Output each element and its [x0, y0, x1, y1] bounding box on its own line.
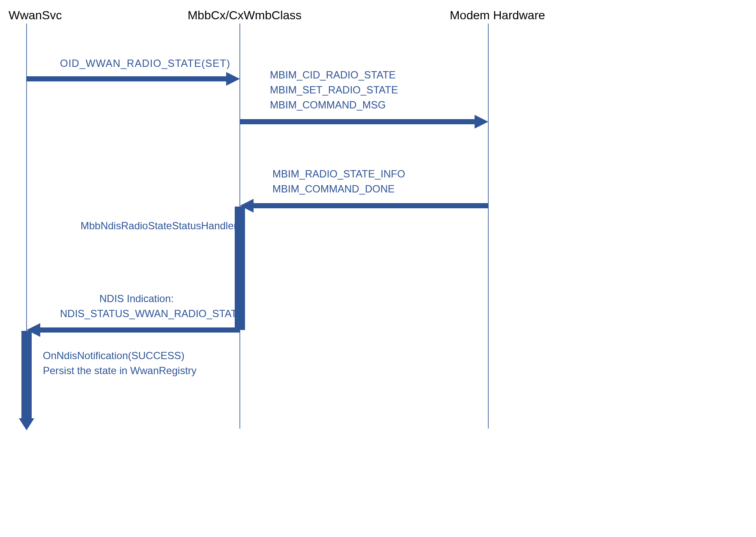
arrow-mbim-cmd-head — [475, 115, 488, 129]
msg-mbim-info: MBIM_RADIO_STATE_INFO — [272, 168, 405, 180]
msg-handler: MbbNdisRadioStateStatusHandler — [81, 220, 237, 231]
lane-header-left: WwanSvc — [9, 9, 62, 22]
msg-persist: Persist the state in WwanRegistry — [43, 365, 197, 376]
msg-mbim-set: MBIM_SET_RADIO_STATE — [270, 84, 398, 96]
lane-header-middle: MbbCx/CxWmbClass — [188, 9, 302, 22]
arrow-oid-head — [226, 72, 240, 86]
msg-mbim-cid: MBIM_CID_RADIO_STATE — [270, 69, 396, 81]
lane-header-right: Modem Hardware — [450, 9, 545, 22]
msg-oid-label: OID_WWAN_RADIO_STATE(SET) — [60, 57, 230, 69]
activation-left — [24, 333, 29, 419]
msg-onndis: OnNdisNotification(SUCCESS) — [43, 350, 185, 361]
msg-ndis-ind: NDIS Indication: — [99, 293, 173, 304]
sequence-diagram: WwanSvc MbbCx/CxWmbClass Modem Hardware … — [0, 0, 756, 537]
arrow-down-head — [19, 418, 34, 430]
msg-mbim-done: MBIM_COMMAND_DONE — [272, 183, 394, 195]
msg-mbim-cmdmsg: MBIM_COMMAND_MSG — [270, 99, 386, 111]
msg-ndis-status: NDIS_STATUS_WWAN_RADIO_STATE — [60, 308, 244, 319]
